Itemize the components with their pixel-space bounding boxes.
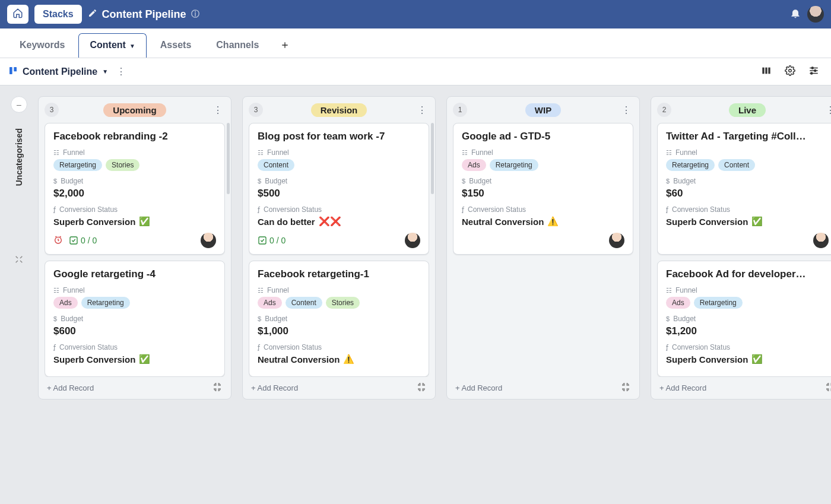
funnel-tags: AdsRetargeting: [666, 297, 829, 309]
view-name: Content Pipeline: [23, 66, 97, 77]
budget-value: $1,000: [258, 325, 420, 337]
conversion-value: Superb Conversion✅: [666, 216, 829, 227]
info-icon[interactable]: ⓘ: [191, 9, 199, 20]
cards-list: Twitter Ad - Targeting #Coll… ☷Funnel Re…: [657, 123, 831, 377]
add-record-button[interactable]: + Add Record: [455, 383, 502, 392]
card[interactable]: Facebook rebranding -2 ☷Funnel Retargeti…: [45, 123, 225, 255]
formula-icon: f͓: [666, 344, 668, 351]
column-header: 2 Live ⋮: [657, 103, 831, 117]
view-toolbar: Content Pipeline ▼ ⋮: [0, 58, 831, 85]
assignee-avatar[interactable]: [813, 233, 829, 248]
funnel-field-label: ☷Funnel: [53, 148, 216, 157]
column-menu-button[interactable]: ⋮: [415, 104, 429, 116]
column-title[interactable]: WIP: [525, 103, 561, 117]
budget-field-label: $Budget: [258, 177, 420, 185]
collapse-icon[interactable]: [620, 382, 631, 394]
column-count: 3: [249, 103, 263, 117]
expand-icon[interactable]: [14, 255, 24, 266]
gear-icon[interactable]: [781, 63, 799, 81]
funnel-tag: Retargeting: [53, 159, 102, 171]
card[interactable]: Google retargeting -4 ☷Funnel AdsRetarge…: [45, 261, 225, 377]
column-title[interactable]: Live: [729, 103, 766, 117]
topbar: Stacks Content Pipeline ⓘ: [0, 0, 831, 28]
card[interactable]: Facebook Ad for developer… ☷Funnel AdsRe…: [657, 261, 831, 377]
card[interactable]: Twitter Ad - Targeting #Coll… ☷Funnel Re…: [657, 123, 831, 255]
budget-field-label: $Budget: [53, 315, 216, 323]
add-tab-button[interactable]: [276, 36, 294, 54]
rail-collapse-button[interactable]: –: [11, 96, 27, 113]
collapse-icon[interactable]: [824, 382, 831, 394]
sliders-icon[interactable]: [805, 63, 823, 81]
column-revision: 3 Revision ⋮ Blog post for team work -7 …: [242, 96, 436, 400]
svg-rect-4: [768, 67, 770, 74]
column-menu-button[interactable]: ⋮: [619, 104, 633, 116]
card-title: Google ad - GTD-5: [462, 131, 624, 142]
collapse-icon[interactable]: [212, 382, 223, 394]
list-icon: ☷: [666, 287, 672, 294]
status-emoji-icon: ❌❌: [319, 216, 341, 227]
conversion-value: Superb Conversion✅: [666, 354, 829, 364]
card-footer: [666, 233, 829, 248]
formula-icon: f͓: [462, 206, 464, 214]
dollar-icon: $: [258, 315, 261, 322]
dollar-icon: $: [53, 177, 57, 185]
funnel-field-label: ☷Funnel: [666, 286, 829, 294]
funnel-tags: AdsRetargeting: [462, 159, 624, 171]
column-count: 1: [453, 103, 467, 117]
card-title: Twitter Ad - Targeting #Coll…: [666, 131, 829, 142]
list-icon: ☷: [258, 287, 264, 294]
tab-assets[interactable]: Assets: [149, 33, 202, 58]
view-more-button[interactable]: ⋮: [114, 64, 128, 80]
funnel-tag: Retargeting: [666, 159, 715, 171]
conversion-field-label: f͓Conversion Status: [666, 343, 829, 351]
svg-rect-13: [70, 237, 77, 244]
budget-value: $2,000: [53, 188, 216, 199]
stacks-button[interactable]: Stacks: [34, 5, 82, 24]
add-record-button[interactable]: + Add Record: [47, 383, 94, 392]
card-title: Blog post for team work -7: [258, 131, 420, 142]
tab-channels[interactable]: Channels: [205, 33, 270, 58]
status-emoji-icon: ✅: [139, 354, 150, 364]
view-selector[interactable]: Content Pipeline ▼: [8, 66, 108, 78]
funnel-tag: Content: [258, 159, 294, 171]
column-wip: 1 WIP ⋮ Google ad - GTD-5 ☷Funnel AdsRet…: [446, 96, 640, 400]
formula-icon: f͓: [258, 206, 260, 214]
svg-point-9: [814, 69, 816, 71]
columns-icon[interactable]: [757, 64, 775, 80]
conversion-value: Neutral Conversion⚠️: [462, 216, 624, 227]
card-footer: 0 / 0: [258, 233, 420, 248]
funnel-field-label: ☷Funnel: [258, 148, 420, 157]
add-record-button[interactable]: + Add Record: [251, 383, 298, 392]
scrollbar[interactable]: [431, 123, 434, 194]
card[interactable]: Google ad - GTD-5 ☷Funnel AdsRetargeting…: [453, 123, 633, 255]
conversion-field-label: f͓Conversion Status: [53, 343, 216, 351]
assignee-avatar[interactable]: [201, 233, 216, 248]
edit-icon[interactable]: [88, 8, 97, 21]
rail-label-uncategorised[interactable]: Uncategorised: [14, 123, 24, 191]
budget-value: $500: [258, 188, 420, 199]
add-record-button[interactable]: + Add Record: [659, 383, 706, 392]
kanban-icon: [8, 66, 18, 78]
card-title: Facebook retargeting-1: [258, 268, 420, 280]
list-icon: ☷: [53, 149, 59, 157]
column-menu-button[interactable]: ⋮: [823, 104, 831, 116]
conversion-field-label: f͓Conversion Status: [666, 205, 829, 214]
collapse-icon[interactable]: [416, 382, 427, 394]
notifications-button[interactable]: [789, 7, 801, 21]
status-emoji-icon: ✅: [751, 354, 763, 364]
home-button[interactable]: [7, 5, 28, 24]
column-menu-button[interactable]: ⋮: [211, 104, 225, 116]
column-title[interactable]: Revision: [311, 103, 367, 117]
column-title[interactable]: Upcoming: [103, 103, 166, 117]
column-footer: + Add Record: [249, 377, 429, 395]
card[interactable]: Blog post for team work -7 ☷Funnel Conte…: [249, 123, 429, 255]
scrollbar[interactable]: [227, 123, 230, 194]
card[interactable]: Facebook retargeting-1 ☷Funnel AdsConten…: [249, 261, 429, 377]
assignee-avatar[interactable]: [405, 233, 420, 248]
assignee-avatar[interactable]: [609, 233, 624, 248]
user-avatar[interactable]: [807, 6, 824, 23]
tab-keywords[interactable]: Keywords: [8, 33, 76, 58]
column-header: 1 WIP ⋮: [453, 103, 633, 117]
tab-content[interactable]: Content▼: [78, 33, 146, 58]
conversion-value: Neutral Conversion⚠️: [258, 354, 420, 364]
